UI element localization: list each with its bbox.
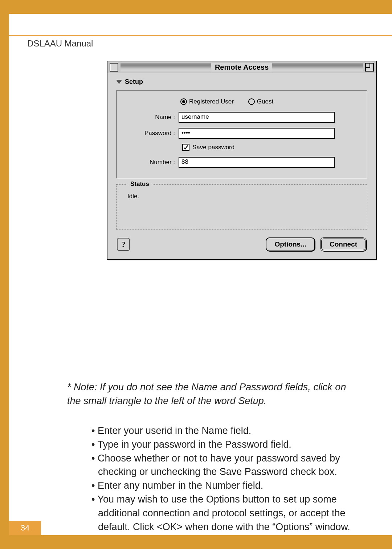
- number-field[interactable]: 88: [179, 157, 335, 168]
- setup-disclosure[interactable]: Setup: [113, 77, 371, 90]
- help-icon[interactable]: ?: [117, 238, 130, 251]
- page-number: 34: [9, 521, 41, 535]
- radio-label: Guest: [257, 98, 273, 105]
- checkbox-label: Save password: [192, 144, 234, 151]
- note-text: * Note: If you do not see the Name and P…: [67, 381, 361, 408]
- name-field[interactable]: username: [179, 112, 335, 123]
- titlebar-stripes: [121, 63, 211, 71]
- connect-button[interactable]: Connect: [320, 237, 367, 251]
- save-password-checkbox[interactable]: Save password: [182, 144, 359, 151]
- status-legend: Status: [127, 180, 153, 188]
- status-group: Status Idle.: [116, 184, 367, 229]
- window-title: Remote Access: [211, 63, 272, 72]
- checkbox-checked-icon: [182, 144, 189, 151]
- radio-label: Registered User: [189, 98, 234, 105]
- titlebar-stripes: [272, 63, 363, 71]
- page: DSLAAU Manual Remote Access Setup: [9, 14, 392, 535]
- list-item: Enter any number in the Number field.: [98, 479, 361, 493]
- options-button[interactable]: Options...: [266, 237, 315, 251]
- radio-unchecked-icon: [248, 98, 255, 105]
- list-item: Choose whether or not to have your passw…: [98, 452, 361, 479]
- manual-title: DSLAAU Manual: [27, 38, 93, 49]
- divider-line: [9, 35, 392, 36]
- radio-guest[interactable]: Guest: [248, 98, 273, 105]
- zoom-box-icon[interactable]: [365, 63, 374, 72]
- radio-checked-icon: [180, 98, 187, 105]
- status-text: Idle.: [127, 193, 360, 200]
- password-field[interactable]: ••••: [179, 128, 335, 139]
- list-item: Type in your password in the Password fi…: [98, 438, 361, 452]
- list-item: Enter your userid in the Name field.: [98, 424, 361, 438]
- close-box-icon[interactable]: [110, 63, 118, 72]
- setup-label: Setup: [125, 78, 143, 86]
- instruction-list: Enter your userid in the Name field. Typ…: [87, 424, 361, 534]
- titlebar: Remote Access: [107, 61, 376, 73]
- radio-registered-user[interactable]: Registered User: [180, 98, 234, 105]
- remote-access-window: Remote Access Setup Registered User: [107, 61, 376, 260]
- number-label: Number :: [124, 159, 179, 166]
- name-label: Name :: [124, 114, 179, 121]
- triangle-down-icon: [116, 80, 122, 84]
- password-label: Password :: [124, 130, 179, 137]
- list-item: You may wish to use the Options button t…: [98, 493, 361, 534]
- setup-panel: Registered User Guest Name : username Pa…: [116, 90, 367, 179]
